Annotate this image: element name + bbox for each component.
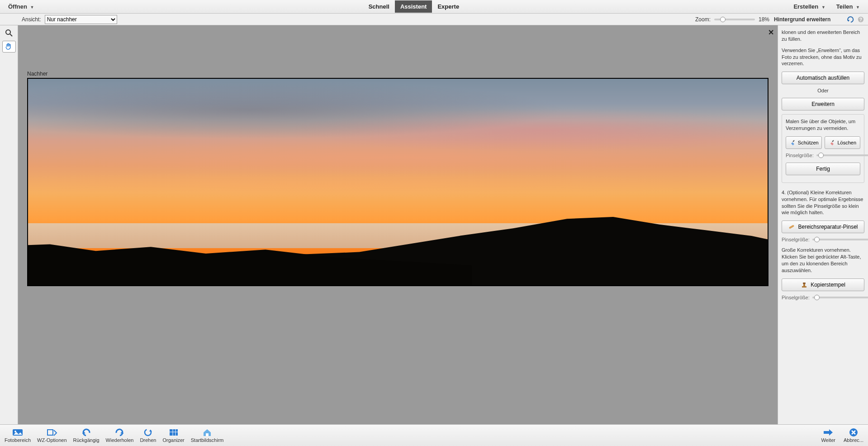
share-menu[interactable]: Teilen ▼ bbox=[832, 1, 864, 12]
redo-button[interactable]: Wiederholen bbox=[106, 428, 134, 443]
home-icon bbox=[201, 428, 213, 437]
view-label: Ansicht: bbox=[22, 16, 41, 23]
organizer-button[interactable]: Organizer bbox=[162, 428, 184, 443]
brush-size-slider-2[interactable] bbox=[812, 239, 868, 240]
or-label: Oder bbox=[782, 88, 864, 93]
tab-expert[interactable]: Experte bbox=[432, 0, 465, 13]
options-bar: Ansicht: Nur nachher Zoom: 18% Hintergru… bbox=[0, 14, 868, 25]
help-icon[interactable]: ? bbox=[857, 16, 864, 23]
auto-fill-button[interactable]: Automatisch ausfüllen bbox=[782, 72, 864, 84]
panel-title: Hintergrund erweitern bbox=[774, 16, 844, 23]
svg-rect-4 bbox=[789, 225, 794, 229]
brush-size-label-2: Pinselgröße: bbox=[782, 237, 810, 242]
extend-button[interactable]: Erweitern bbox=[782, 98, 864, 110]
view-select[interactable]: Nur nachher bbox=[45, 15, 117, 24]
brush-size-slider-3[interactable] bbox=[812, 297, 868, 298]
hand-tool[interactable] bbox=[2, 41, 16, 53]
tool-options-button[interactable]: WZ-Optionen bbox=[37, 428, 66, 443]
redo-icon bbox=[114, 428, 125, 437]
next-button[interactable]: Weiter bbox=[821, 428, 835, 443]
canvas-area[interactable]: ✕ Nachher bbox=[18, 25, 778, 424]
open-label: Öffnen bbox=[8, 3, 27, 10]
eraser-icon bbox=[828, 139, 835, 146]
svg-line-3 bbox=[10, 34, 12, 36]
protect-button[interactable]: Schützen bbox=[786, 136, 822, 149]
undo-button[interactable]: Rückgängig bbox=[73, 428, 100, 443]
zoom-value: 18% bbox=[759, 16, 769, 23]
svg-rect-16 bbox=[206, 433, 209, 436]
svg-point-9 bbox=[14, 431, 16, 432]
arrow-right-icon bbox=[822, 428, 834, 437]
photo-preview bbox=[27, 78, 768, 286]
svg-rect-7 bbox=[803, 283, 806, 284]
step4-text: 4. (Optional) Kleine Korrekturen vornehm… bbox=[782, 189, 864, 216]
done-button[interactable]: Fertig bbox=[786, 163, 860, 175]
panel-text-clone: klonen und den erweiterten Bereich zu fü… bbox=[782, 29, 864, 43]
zoom-slider[interactable] bbox=[714, 19, 755, 20]
svg-text:?: ? bbox=[859, 17, 862, 22]
panel-text-extend-info: Verwenden Sie „Erweitern“, um das Foto z… bbox=[782, 47, 864, 67]
rotate-button[interactable]: Drehen bbox=[140, 428, 156, 443]
tab-guided[interactable]: Assistent bbox=[395, 0, 432, 13]
create-menu[interactable]: Erstellen ▼ bbox=[789, 1, 830, 12]
task-bar: Fotobereich WZ-Optionen Rückgängig Wiede… bbox=[0, 424, 868, 446]
paint-protect-box: Malen Sie über die Objekte, um Verzerrun… bbox=[782, 114, 864, 183]
zoom-tool[interactable] bbox=[2, 27, 16, 39]
svg-rect-10 bbox=[47, 430, 53, 435]
undo-icon bbox=[81, 428, 92, 437]
tool-strip bbox=[0, 25, 18, 424]
create-label: Erstellen bbox=[793, 3, 818, 10]
reset-icon[interactable] bbox=[847, 16, 854, 23]
tab-fast[interactable]: Schnell bbox=[363, 0, 395, 13]
big-correction-text: Große Korrekturen vornehmen. Klicken Sie… bbox=[782, 247, 864, 273]
brush-size-label-3: Pinselgröße: bbox=[782, 295, 810, 300]
spot-heal-button[interactable]: Bereichsreparatur-Pinsel bbox=[782, 221, 864, 233]
clone-stamp-button[interactable]: Kopierstempel bbox=[782, 278, 864, 291]
caret-down-icon: ▼ bbox=[821, 5, 825, 10]
brush-icon bbox=[789, 139, 795, 146]
share-label: Teilen bbox=[836, 3, 853, 10]
open-menu[interactable]: Öffnen ▼ bbox=[4, 1, 38, 12]
caret-down-icon: ▼ bbox=[30, 5, 34, 10]
brush-size-slider-1[interactable] bbox=[816, 154, 868, 156]
caret-down-icon: ▼ bbox=[856, 5, 860, 10]
stamp-icon bbox=[801, 281, 808, 288]
delete-button[interactable]: Löschen bbox=[825, 136, 861, 149]
guided-panel: klonen und den erweiterten Bereich zu fü… bbox=[778, 25, 868, 424]
svg-rect-5 bbox=[802, 286, 806, 288]
svg-rect-12 bbox=[170, 429, 178, 436]
tool-options-icon bbox=[46, 428, 58, 437]
brush-size-label: Pinselgröße: bbox=[786, 153, 814, 158]
after-label: Nachher bbox=[27, 71, 47, 77]
photo-bin-icon bbox=[12, 428, 24, 437]
svg-point-11 bbox=[145, 429, 151, 436]
close-document-icon[interactable]: ✕ bbox=[768, 28, 774, 37]
paint-hint: Malen Sie über die Objekte, um Verzerrun… bbox=[786, 118, 860, 132]
cancel-button[interactable]: Abbrec... bbox=[844, 428, 863, 443]
zoom-label: Zoom: bbox=[695, 16, 711, 23]
organizer-icon bbox=[168, 428, 180, 437]
svg-point-2 bbox=[6, 30, 10, 34]
bandage-icon bbox=[788, 223, 795, 230]
cancel-icon bbox=[848, 428, 859, 437]
photo-bin-button[interactable]: Fotobereich bbox=[5, 428, 31, 443]
top-menu-bar: Öffnen ▼ Schnell Assistent Experte Erste… bbox=[0, 0, 868, 14]
home-button[interactable]: Startbildschirm bbox=[191, 428, 224, 443]
rotate-icon bbox=[142, 428, 154, 437]
main-area: ✕ Nachher klonen und den erweiterten Ber… bbox=[0, 25, 868, 424]
